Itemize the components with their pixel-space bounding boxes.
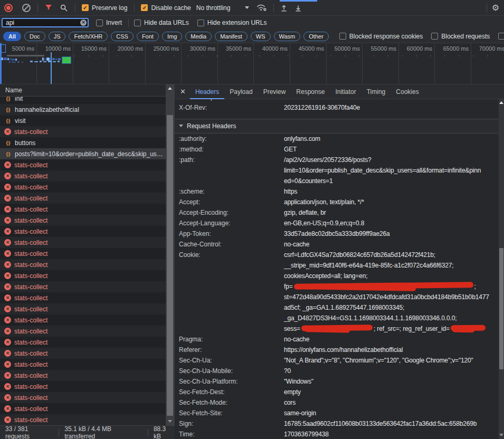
request-row[interactable]: ✕stats-collect bbox=[0, 170, 166, 182]
header-row: Accept-Language:en-GB,en-US;q=0.9,en;q=0… bbox=[175, 218, 504, 228]
header-value: empty bbox=[284, 387, 504, 397]
scroll-up-icon[interactable] bbox=[499, 101, 503, 104]
disable-cache-checkbox[interactable]: ✓ Disable cache bbox=[141, 4, 191, 12]
header-value: no-cache bbox=[284, 334, 504, 345]
chevron-down-icon[interactable] bbox=[245, 6, 249, 9]
request-row[interactable]: ✕stats-collect bbox=[0, 204, 166, 215]
request-row[interactable]: ✕stats-collect bbox=[0, 237, 166, 248]
filter-pill-css[interactable]: CSS bbox=[111, 32, 134, 41]
filter-pill-font[interactable]: Font bbox=[137, 32, 159, 41]
request-name: stats-collect bbox=[14, 372, 166, 379]
header-name: Cookie: bbox=[179, 250, 201, 260]
request-row[interactable]: {:}visit bbox=[0, 115, 166, 126]
request-row[interactable]: ✕stats-collect bbox=[0, 359, 166, 370]
scrollbar-thumb[interactable] bbox=[499, 248, 503, 369]
request-row[interactable]: ✕stats-collect bbox=[0, 215, 166, 226]
request-row[interactable]: ✕stats-collect bbox=[0, 403, 166, 414]
hide-extension-urls-checkbox[interactable]: Hide extension URLs bbox=[197, 19, 267, 26]
request-row[interactable]: ✕stats-collect bbox=[0, 414, 166, 425]
preserve-log-checkbox[interactable]: ✓ Preserve log bbox=[82, 4, 127, 12]
network-conditions-icon[interactable] bbox=[256, 4, 267, 12]
scroll-up-icon[interactable] bbox=[168, 87, 172, 90]
name-column-header[interactable]: Name bbox=[0, 84, 166, 97]
request-row[interactable]: ✕stats-collect bbox=[0, 292, 166, 303]
request-row[interactable]: ✕stats-collect bbox=[0, 392, 166, 403]
toolbar-divider bbox=[37, 4, 38, 12]
filter-pill-all[interactable]: All bbox=[3, 32, 21, 41]
request-row[interactable]: ✕stats-collect bbox=[0, 303, 166, 314]
header-value-line: 33d57ade8c02dbc5a333db99ff9ae26a bbox=[284, 228, 504, 239]
request-name: stats-collect bbox=[14, 261, 166, 269]
header-name: Accept-Language: bbox=[179, 218, 230, 228]
request-row[interactable]: ✕stats-collect bbox=[0, 270, 166, 281]
request-row[interactable]: ✕stats-collect bbox=[0, 314, 166, 326]
hide-extension-urls-label: Hide extension URLs bbox=[207, 19, 267, 26]
details-scrollbar[interactable] bbox=[499, 99, 504, 439]
request-row[interactable]: ✕stats-collect bbox=[0, 226, 166, 237]
filter-pill-fetch-xhr[interactable]: Fetch/XHR bbox=[69, 32, 108, 41]
request-row[interactable]: ✕stats-collect bbox=[0, 259, 166, 270]
filter-funnel-icon[interactable] bbox=[45, 4, 52, 11]
checkbox-blocked-requests[interactable]: Blocked requests bbox=[431, 33, 490, 40]
request-row[interactable]: {:}buttons bbox=[0, 137, 166, 148]
request-row[interactable]: ✕stats-collect bbox=[0, 281, 166, 292]
filter-pill-wasm[interactable]: Wasm bbox=[274, 32, 301, 41]
request-row[interactable]: ✕stats-collect bbox=[0, 348, 166, 359]
request-headers-section[interactable]: Request Headers bbox=[175, 119, 504, 133]
filter-input[interactable] bbox=[2, 18, 89, 27]
tab-cookies[interactable]: Cookies bbox=[391, 84, 424, 99]
request-row[interactable]: {:}hannahelizabethofficial bbox=[0, 104, 166, 115]
scroll-down-icon[interactable] bbox=[168, 420, 172, 423]
tab-preview[interactable]: Preview bbox=[258, 84, 291, 99]
search-icon[interactable] bbox=[60, 4, 68, 12]
request-row[interactable]: ✕stats-collect bbox=[0, 126, 166, 137]
filter-pill-doc[interactable]: Doc bbox=[24, 32, 45, 41]
request-name: stats-collect bbox=[14, 239, 166, 246]
filter-pill-manifest[interactable]: Manifest bbox=[215, 32, 248, 41]
tab-payload[interactable]: Payload bbox=[224, 84, 258, 99]
toolbar-divider bbox=[273, 4, 274, 12]
requests-scrollbar[interactable] bbox=[166, 84, 174, 425]
settings-gear-icon[interactable]: ⚙ bbox=[492, 4, 499, 12]
tab-headers[interactable]: Headers bbox=[190, 84, 224, 99]
hide-data-urls-checkbox[interactable]: Hide data URLs bbox=[134, 19, 189, 26]
scrollbar-thumb[interactable] bbox=[167, 115, 173, 416]
header-name: Pragma: bbox=[179, 334, 203, 345]
network-overview-timeline[interactable]: 5000 ms10000 ms15000 ms20000 ms25000 ms3… bbox=[0, 43, 504, 84]
scroll-down-icon[interactable] bbox=[499, 434, 503, 436]
filter-pill-js[interactable]: JS bbox=[49, 32, 66, 41]
tab-timing[interactable]: Timing bbox=[362, 84, 391, 99]
record-icon[interactable] bbox=[4, 4, 13, 12]
timeline-dots bbox=[74, 55, 496, 56]
redaction-scribble bbox=[294, 283, 473, 290]
request-row[interactable]: {:}posts?limit=10&order=publish_date_des… bbox=[0, 148, 166, 159]
request-row[interactable]: ✕stats-collect bbox=[0, 193, 166, 204]
filter-pill-media[interactable]: Media bbox=[185, 32, 212, 41]
json-icon: {:} bbox=[4, 97, 12, 101]
invert-checkbox[interactable]: Invert bbox=[96, 19, 122, 26]
request-row[interactable]: ✕stats-collect bbox=[0, 337, 166, 348]
request-row[interactable]: ✕stats-collect bbox=[0, 248, 166, 259]
header-value: en-GB,en-US;q=0.9,en;q=0.8 bbox=[284, 218, 504, 228]
tab-initiator[interactable]: Initiator bbox=[330, 84, 361, 99]
waterfall-bar bbox=[55, 59, 58, 60]
checkbox-blocked-response-cookies[interactable]: Blocked response cookies bbox=[339, 33, 423, 40]
clear-filter-icon[interactable]: ✕ bbox=[80, 20, 87, 26]
export-har-icon[interactable] bbox=[294, 4, 302, 12]
tab-response[interactable]: Response bbox=[291, 84, 330, 99]
request-row[interactable]: ✕stats-collect bbox=[0, 326, 166, 337]
request-row[interactable]: ✕stats-collect bbox=[0, 381, 166, 392]
request-row[interactable]: {:}init bbox=[0, 97, 166, 104]
filter-pill-img[interactable]: Img bbox=[162, 32, 182, 41]
import-har-icon[interactable] bbox=[280, 4, 288, 12]
request-row[interactable]: ✕stats-collect bbox=[0, 159, 166, 170]
request-row[interactable]: ✕stats-collect bbox=[0, 370, 166, 381]
clear-icon[interactable] bbox=[22, 4, 31, 12]
throttling-select[interactable]: No throttling bbox=[196, 4, 231, 12]
close-icon[interactable]: ✕ bbox=[180, 88, 186, 96]
filter-pill-other[interactable]: Other bbox=[303, 32, 329, 41]
checkbox-3rd-party-requests[interactable]: 3rd-party requests bbox=[498, 33, 504, 40]
waterfall-bar bbox=[9, 58, 11, 60]
filter-pill-ws[interactable]: WS bbox=[251, 32, 271, 41]
request-row[interactable]: ✕stats-collect bbox=[0, 182, 166, 193]
